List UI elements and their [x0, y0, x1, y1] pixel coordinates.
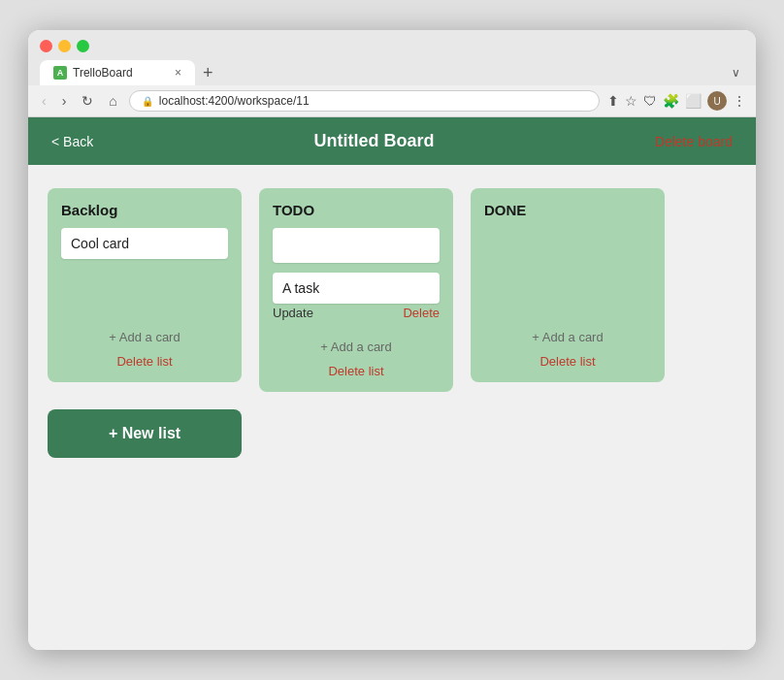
- board-title: Untitled Board: [314, 131, 435, 151]
- shield-icon[interactable]: 🛡: [643, 93, 657, 109]
- new-list-button[interactable]: + New list: [48, 409, 242, 458]
- delete-list-button-done[interactable]: Delete list: [484, 354, 651, 369]
- list-title-todo: TODO: [273, 202, 440, 218]
- card-cool-card[interactable]: Cool card: [61, 228, 228, 259]
- more-menu-icon[interactable]: ⋮: [733, 93, 746, 109]
- tab-title: TrelloBoard: [73, 66, 133, 80]
- tab-favicon: A: [53, 66, 67, 80]
- tab-bar: A TrelloBoard × + ∨: [40, 60, 744, 85]
- lock-icon: 🔒: [142, 96, 153, 107]
- delete-list-button-backlog[interactable]: Delete list: [61, 354, 228, 369]
- toolbar-icons: ⬆ ☆ 🛡 🧩 ⬜ U ⋮: [607, 91, 746, 111]
- home-button[interactable]: ⌂: [105, 91, 120, 111]
- new-tab-button[interactable]: +: [195, 63, 221, 83]
- delete-list-button-todo[interactable]: Delete list: [273, 364, 440, 378]
- card-a-task-container: A task Update Delete: [273, 273, 440, 320]
- refresh-button[interactable]: ↻: [78, 91, 97, 111]
- traffic-lights: [40, 40, 744, 52]
- browser-window: A TrelloBoard × + ∨ ‹ › ↻ ⌂ 🔒 localhost:…: [28, 30, 756, 650]
- add-card-button-done[interactable]: + Add a card: [484, 330, 651, 344]
- tab-more-button[interactable]: ∨: [728, 62, 744, 83]
- browser-chrome: A TrelloBoard × + ∨: [28, 30, 756, 85]
- app-header: < Back Untitled Board Delete board: [28, 117, 756, 165]
- add-card-button-backlog[interactable]: + Add a card: [61, 330, 228, 344]
- address-field[interactable]: 🔒 localhost:4200/workspace/11: [129, 90, 600, 112]
- upload-icon[interactable]: ⬆: [607, 93, 619, 109]
- back-button[interactable]: ‹: [38, 91, 50, 111]
- list-backlog: Backlog Cool card + Add a card Delete li…: [48, 188, 242, 382]
- board-content: Backlog Cool card + Add a card Delete li…: [28, 165, 756, 650]
- add-card-button-todo[interactable]: + Add a card: [273, 340, 440, 354]
- tab-close-button[interactable]: ×: [175, 66, 181, 80]
- lists-container: Backlog Cool card + Add a card Delete li…: [48, 188, 736, 458]
- card-editing-empty[interactable]: [273, 228, 440, 263]
- forward-button[interactable]: ›: [58, 91, 71, 111]
- back-link[interactable]: < Back: [51, 134, 93, 149]
- delete-board-button[interactable]: Delete board: [655, 134, 733, 149]
- traffic-light-red[interactable]: [40, 40, 52, 52]
- card-actions-a-task: Update Delete: [273, 306, 440, 320]
- window-icon[interactable]: ⬜: [685, 93, 702, 109]
- user-avatar[interactable]: U: [707, 91, 727, 111]
- traffic-light-yellow[interactable]: [58, 40, 71, 52]
- list-title-backlog: Backlog: [61, 202, 228, 218]
- list-todo: TODO A task Update Delete + Add a card D…: [259, 188, 453, 392]
- address-bar-row: ‹ › ↻ ⌂ 🔒 localhost:4200/workspace/11 ⬆ …: [28, 85, 756, 117]
- delete-card-button[interactable]: Delete: [403, 306, 440, 320]
- list-done: DONE + Add a card Delete list: [471, 188, 665, 382]
- new-list-container: + New list: [48, 409, 242, 458]
- traffic-light-green[interactable]: [77, 40, 89, 52]
- update-card-button[interactable]: Update: [273, 306, 313, 320]
- list-title-done: DONE: [484, 202, 651, 218]
- card-a-task[interactable]: A task: [273, 273, 440, 304]
- puzzle-icon[interactable]: 🧩: [663, 93, 679, 109]
- active-tab[interactable]: A TrelloBoard ×: [40, 60, 195, 85]
- bookmark-icon[interactable]: ☆: [625, 93, 637, 109]
- url-text: localhost:4200/workspace/11: [159, 94, 310, 108]
